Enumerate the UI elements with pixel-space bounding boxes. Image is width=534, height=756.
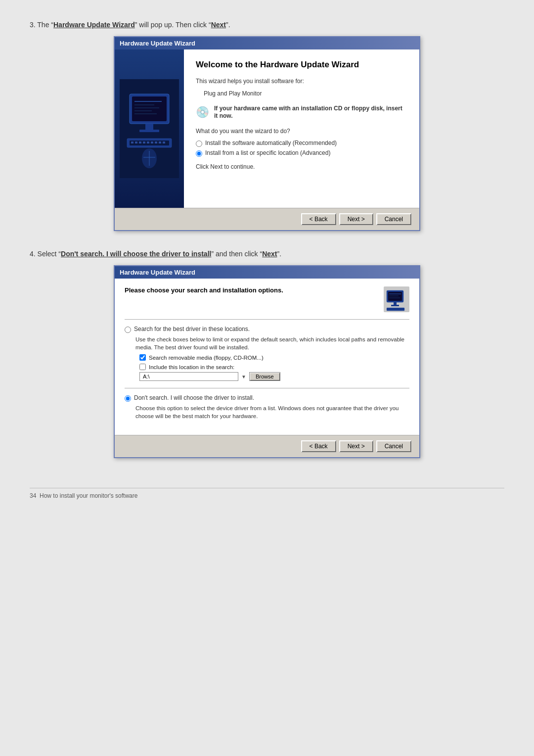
- monitor-icon: [384, 286, 409, 312]
- svg-rect-32: [387, 308, 404, 311]
- step4-end: ”.: [277, 250, 282, 258]
- dialog1-heading: Welcome to the Hardware Update Wizard: [196, 59, 407, 70]
- footer-label: How to install your monitor's software: [40, 492, 137, 499]
- svg-rect-26: [388, 292, 402, 301]
- location-input[interactable]: [139, 372, 238, 381]
- dialog1-title: Hardware Update Wizard: [120, 40, 195, 47]
- dialog1-sidebar: [115, 49, 184, 208]
- step4-next: Next: [262, 250, 277, 258]
- step3-before: 3. The “: [30, 21, 53, 29]
- svg-rect-19: [159, 142, 161, 143]
- dialog1-option1-label[interactable]: Install the software automatically (Reco…: [205, 140, 337, 146]
- checkbox2-row[interactable]: Include this location in the search:: [139, 364, 409, 370]
- svg-rect-15: [143, 142, 145, 143]
- step3-label: 3. The “Hardware Update Wizard” will pop…: [30, 20, 504, 30]
- dialog1: Hardware Update Wizard: [114, 36, 420, 231]
- step4-bold: Don't search. I will choose the driver t…: [61, 250, 211, 258]
- svg-rect-14: [139, 142, 141, 143]
- location-row: ▼ Browse: [139, 372, 409, 381]
- step3-bold: Hardware Update Wizard: [53, 21, 135, 29]
- dialog2-title: Hardware Update Wizard: [120, 269, 195, 276]
- step4-label: 4. Select “Don't search. I will choose t…: [30, 249, 504, 259]
- dont-search-radio-row[interactable]: Don't search. I will choose the driver t…: [125, 394, 409, 402]
- dialog2-footer: < Back Next > Cancel: [115, 435, 419, 457]
- svg-rect-18: [155, 142, 157, 143]
- cd-hint-row: 💿 If your hardware came with an installa…: [196, 105, 407, 120]
- dialog1-option2-row[interactable]: Install from a list or specific location…: [196, 149, 407, 157]
- dialog1-titlebar: Hardware Update Wizard: [115, 37, 419, 49]
- checkbox2-label[interactable]: Include this location in the search:: [149, 364, 234, 370]
- cd-hint-text: If your hardware came with an installati…: [214, 105, 407, 120]
- dialog1-click-next: Click Next to continue.: [196, 163, 407, 171]
- dialog2-header-icon: [384, 286, 409, 312]
- dialog1-option2-label[interactable]: Install from a list or specific location…: [205, 149, 330, 156]
- include-location-checkbox[interactable]: [139, 364, 146, 370]
- search-option-desc: Use the check boxes below to limit or ex…: [135, 335, 409, 351]
- svg-rect-20: [163, 142, 165, 143]
- dialog2-cancel-button[interactable]: Cancel: [376, 440, 411, 452]
- page-number: 34: [30, 492, 36, 499]
- step3-next: Next: [211, 21, 226, 29]
- page-footer: 34 How to install your monitor's softwar…: [30, 488, 504, 499]
- svg-rect-8: [145, 124, 153, 130]
- svg-rect-13: [135, 142, 137, 143]
- step3-section: 3. The “Hardware Update Wizard” will pop…: [30, 20, 504, 231]
- dialog1-cancel-button[interactable]: Cancel: [376, 213, 411, 225]
- step3-after: ” will pop up. Then click “: [135, 21, 211, 29]
- search-radio[interactable]: [125, 327, 131, 333]
- step4-before: 4. Select “: [30, 250, 61, 258]
- svg-rect-16: [147, 142, 149, 143]
- dialog1-content: Welcome to the Hardware Update Wizard Th…: [184, 49, 419, 208]
- dialog2-header-text: Please choose your search and installati…: [125, 286, 283, 294]
- dialog2-body: Please choose your search and installati…: [115, 279, 419, 435]
- search-option-section: Search for the best driver in these loca…: [125, 326, 409, 381]
- dialog2-titlebar: Hardware Update Wizard: [115, 266, 419, 279]
- dont-search-radio[interactable]: [125, 395, 131, 402]
- location-dropdown-icon: ▼: [241, 374, 246, 379]
- step3-end: ”.: [226, 21, 230, 29]
- dont-search-desc: Choose this option to select the device …: [135, 404, 409, 420]
- step4-after: ” and then click “: [211, 250, 262, 258]
- removable-media-checkbox[interactable]: [139, 354, 146, 361]
- dialog1-back-button[interactable]: < Back: [301, 213, 336, 225]
- dialog1-intro: This wizard helps you install software f…: [196, 77, 407, 86]
- svg-rect-31: [391, 305, 399, 306]
- browse-button[interactable]: Browse: [249, 372, 280, 381]
- dialog1-next-button[interactable]: Next >: [339, 213, 373, 225]
- dialog1-option2-radio[interactable]: [196, 150, 202, 157]
- dialog2-next-button[interactable]: Next >: [339, 440, 373, 452]
- dialog2-header-row: Please choose your search and installati…: [125, 286, 409, 312]
- svg-rect-12: [131, 142, 134, 143]
- dialog1-option1-radio[interactable]: [196, 141, 202, 147]
- dialog1-question: What do you want the wizard to do?: [196, 127, 407, 136]
- dialog1-footer: < Back Next > Cancel: [115, 208, 419, 230]
- dont-search-label[interactable]: Don't search. I will choose the driver t…: [134, 394, 254, 401]
- dialog2-back-button[interactable]: < Back: [301, 440, 336, 452]
- dialog1-body: Welcome to the Hardware Update Wizard Th…: [115, 49, 419, 208]
- search-option-label[interactable]: Search for the best driver in these loca…: [134, 326, 250, 332]
- dialog2: Hardware Update Wizard Please choose you…: [114, 265, 420, 458]
- dialog2-divider1: [125, 319, 409, 320]
- checkbox1-row[interactable]: Search removable media (floppy, CD-ROM..…: [139, 354, 409, 361]
- dialog1-option1-row[interactable]: Install the software automatically (Reco…: [196, 140, 407, 147]
- svg-rect-17: [151, 142, 153, 143]
- step4-section: 4. Select “Don't search. I will choose t…: [30, 249, 504, 458]
- svg-rect-30: [394, 302, 397, 305]
- wizard-sidebar-icon: [120, 79, 179, 178]
- svg-rect-2: [132, 96, 167, 121]
- checkbox1-label[interactable]: Search removable media (floppy, CD-ROM..…: [149, 355, 264, 361]
- dialog2-divider2: [125, 388, 409, 388]
- dialog1-device: Plug and Play Monitor: [204, 90, 407, 98]
- search-radio-row[interactable]: Search for the best driver in these loca…: [125, 326, 409, 333]
- dont-search-section: Don't search. I will choose the driver t…: [125, 394, 409, 420]
- cd-icon: 💿: [196, 106, 209, 119]
- svg-rect-9: [139, 130, 159, 132]
